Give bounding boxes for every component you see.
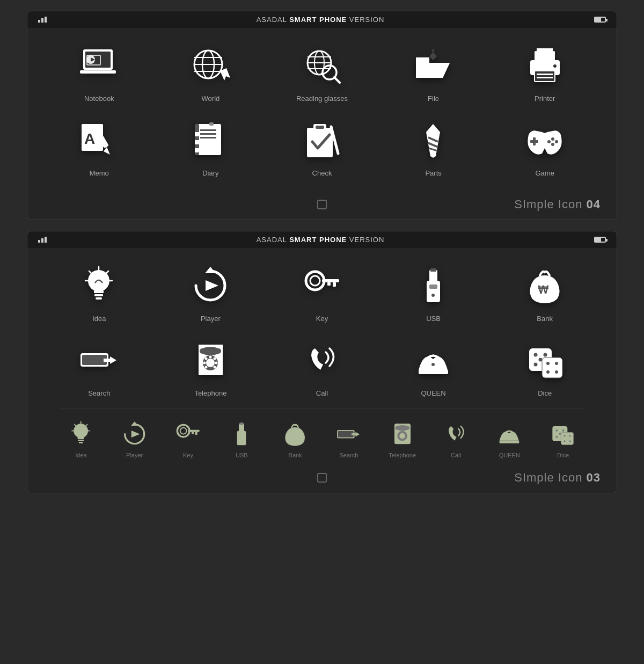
svg-rect-51	[530, 140, 538, 143]
printer-icon	[523, 44, 566, 87]
svg-point-55	[551, 143, 554, 146]
player-label: Player	[201, 315, 221, 323]
panel-2: ASADAL SMART PHONE VERSION	[27, 231, 617, 493]
status-bar-1: ASADAL SMART PHONE VERSION	[27, 11, 617, 28]
svg-rect-24	[537, 74, 553, 75]
svg-rect-33	[197, 124, 221, 155]
svg-point-93	[204, 366, 207, 368]
queen-small-label: QUEEN	[499, 452, 520, 458]
bank-small-label: Bank	[289, 452, 302, 458]
svg-point-101	[538, 357, 542, 361]
player-icon	[189, 264, 232, 307]
svg-point-137	[555, 429, 558, 432]
home-button-2[interactable]	[317, 473, 327, 483]
search-small-label: Search	[339, 452, 358, 458]
svg-rect-72	[427, 281, 440, 302]
panel-footer-1: SImple Icon 04	[27, 193, 617, 220]
search-label: Search	[88, 389, 110, 397]
idea-small-item: Idea	[54, 419, 108, 458]
telephone-icon	[189, 339, 232, 382]
game-icon	[523, 119, 566, 162]
svg-rect-135	[500, 440, 519, 443]
search-item: Search	[56, 339, 142, 397]
svg-rect-73	[429, 270, 437, 282]
notebook-icon	[78, 44, 121, 87]
svg-point-118	[178, 425, 190, 437]
usb-label: USB	[426, 315, 441, 323]
notebook-item: Notebook	[56, 44, 142, 103]
idea-label: Idea	[92, 315, 106, 323]
check-item: Check	[279, 119, 365, 177]
svg-rect-23	[535, 71, 555, 82]
reading-glasses-item: Reading glasses	[279, 44, 365, 103]
svg-rect-127	[338, 430, 354, 437]
svg-rect-120	[188, 429, 200, 432]
svg-point-95	[431, 363, 435, 366]
svg-point-99	[533, 362, 537, 366]
printer-label: Printer	[535, 94, 555, 103]
simple-icon-label-1: SImple Icon 04	[514, 198, 601, 211]
queen-small-icon	[495, 419, 524, 449]
svg-point-67	[306, 272, 324, 290]
svg-rect-102	[542, 357, 562, 378]
call-small-icon	[441, 419, 471, 449]
svg-marker-66	[206, 280, 218, 291]
telephone-label: Telephone	[194, 389, 226, 397]
world-icon	[189, 44, 232, 87]
svg-rect-75	[429, 284, 437, 289]
svg-rect-70	[333, 282, 336, 287]
bank-small-icon	[281, 419, 310, 449]
svg-rect-39	[200, 133, 216, 135]
parts-item: Parts	[391, 119, 477, 177]
bank-icon: ₩	[523, 264, 566, 307]
svg-line-61	[106, 271, 108, 273]
svg-point-97	[533, 353, 537, 356]
svg-point-27	[553, 64, 557, 68]
svg-rect-38	[200, 129, 216, 131]
idea-small-icon	[66, 419, 96, 449]
search-icon	[78, 339, 121, 382]
divider	[60, 408, 584, 408]
dice-label: Dice	[538, 389, 552, 397]
memo-icon: A	[78, 119, 121, 162]
player-small-label: Player	[126, 452, 143, 458]
icons-area-2: Idea Player	[27, 248, 617, 466]
svg-point-103	[546, 362, 550, 365]
call-label: Call	[316, 389, 328, 397]
svg-point-86	[206, 359, 215, 367]
key-small-icon	[173, 419, 203, 449]
svg-rect-35	[195, 132, 199, 136]
svg-marker-31	[104, 147, 110, 155]
idea-icon	[78, 264, 121, 307]
memo-item: A Memo	[56, 119, 142, 177]
svg-point-132	[406, 426, 409, 430]
battery-icon	[594, 17, 606, 23]
svg-rect-37	[195, 148, 199, 152]
telephone-small-item: Telephone	[376, 419, 429, 458]
queen-icon	[412, 339, 455, 382]
usb-small-item: USB	[215, 419, 268, 458]
panel-1: ASADAL SMART PHONE VERSION	[27, 11, 617, 220]
svg-point-52	[551, 137, 554, 141]
parts-icon	[412, 119, 455, 162]
home-button-1[interactable]	[317, 200, 327, 209]
printer-item: Printer	[502, 44, 588, 103]
svg-point-134	[399, 433, 405, 439]
queen-small-item: QUEEN	[482, 419, 536, 458]
svg-marker-116	[131, 421, 138, 426]
parts-label: Parts	[425, 169, 441, 177]
call-small-label: Call	[451, 452, 461, 458]
svg-rect-41	[209, 122, 214, 126]
svg-rect-59	[96, 297, 102, 300]
icon-row-1: Notebook World	[43, 39, 601, 108]
usb-icon	[412, 264, 455, 307]
svg-line-62	[89, 271, 91, 273]
svg-point-146	[569, 440, 570, 442]
svg-point-84	[216, 348, 221, 354]
svg-rect-123	[237, 430, 246, 445]
world-label: World	[202, 94, 220, 103]
notebook-label: Notebook	[84, 94, 114, 103]
world-item: World	[167, 44, 253, 103]
svg-point-92	[203, 361, 206, 364]
idea-small-label: Idea	[75, 452, 86, 458]
